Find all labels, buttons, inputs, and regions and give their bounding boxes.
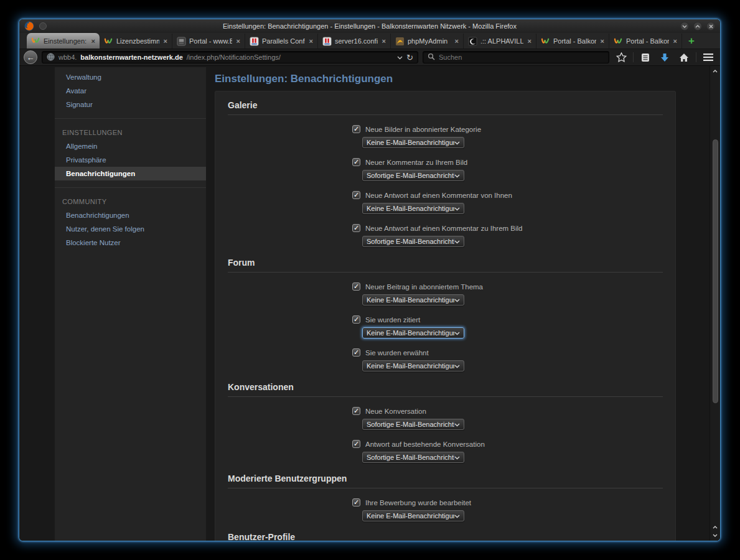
tab-portal-www-b-2[interactable]: Portal - www.B...×	[172, 34, 245, 49]
email-notification-select[interactable]: Sofortige E-Mail-Benachrichtigung	[362, 170, 464, 181]
email-notification-select[interactable]: Keine E-Mail-Benachrichtigung	[362, 510, 464, 521]
scroll-up-icon[interactable]	[711, 67, 719, 75]
tab-close-icon[interactable]: ×	[309, 37, 313, 45]
setting-label: Neue Antwort auf einen Kommentar zu Ihre…	[365, 225, 523, 232]
scroll-up-icon-bottom[interactable]	[711, 523, 719, 531]
reload-icon[interactable]: ↻	[406, 54, 413, 62]
tab-portal-balkon-7[interactable]: Portal - Balkon...×	[536, 34, 609, 49]
checkbox-checked[interactable]: ✓	[352, 348, 360, 357]
sidebar-item-nutzer-denen-sie-folgen[interactable]: Nutzer, denen Sie folgen	[55, 222, 206, 236]
email-notification-select[interactable]: Keine E-Mail-Benachrichtigung	[362, 294, 464, 306]
scrollbar-thumb[interactable]	[713, 139, 718, 403]
chevron-down-icon	[454, 238, 460, 245]
select-value: Sofortige E-Mail-Benachrichtigung	[367, 421, 454, 428]
tab-server16-config-4[interactable]: server16.config...×	[318, 34, 391, 49]
search-bar[interactable]: Suchen	[423, 51, 609, 63]
url-bar[interactable]: wbb4.balkonsternwarten-netzwerk.de/index…	[42, 51, 418, 63]
back-button[interactable]: ←	[24, 50, 37, 64]
tab-close-icon[interactable]: ×	[673, 37, 677, 45]
tab-close-icon[interactable]: ×	[382, 37, 386, 45]
setting-row: ✓Neuer Beitrag in abonniertem ThemaKeine…	[352, 282, 663, 306]
search-icon	[428, 53, 435, 62]
email-notification-select[interactable]: Sofortige E-Mail-Benachrichtigung	[362, 452, 464, 463]
section-rows: ✓Ihre Bewerbung wurde bearbeitetKeine E-…	[352, 498, 663, 521]
email-notification-select[interactable]: Sofortige E-Mail-Benachrichtigung	[362, 419, 464, 430]
section-konversationen: Konversationen✓Neue KonversationSofortig…	[228, 381, 663, 463]
tab-close-icon[interactable]: ×	[91, 37, 95, 45]
scroll-down-icon[interactable]	[711, 531, 719, 539]
sidebar-item-privatsph-re[interactable]: Privatsphäre	[55, 153, 206, 167]
tab-phpmyadmin-5[interactable]: phpMyAdmin×	[391, 34, 464, 49]
chevron-down-icon	[454, 362, 460, 370]
setting-row: ✓Neue Antwort auf einen Kommentar von Ih…	[352, 191, 663, 214]
tab-close-icon[interactable]: ×	[455, 37, 459, 45]
tab-parallels-confixx-3[interactable]: Parallels Confixx×	[245, 34, 318, 49]
close-icon[interactable]	[706, 22, 715, 30]
tab-alphaville-6[interactable]: .:: ALPHAVILLE...×	[464, 34, 536, 49]
titlebar-status-icon[interactable]	[39, 22, 47, 30]
checkbox-checked[interactable]: ✓	[352, 498, 360, 506]
select-value: Sofortige E-Mail-Benachrichtigung	[367, 238, 454, 245]
sidebar-header-community: COMMUNITY	[55, 195, 206, 208]
navigation-toolbar: ← wbb4.balkonsternwarten-netzwerk.de/ind…	[19, 49, 720, 66]
email-notification-select[interactable]: Keine E-Mail-Benachrichtigung	[362, 203, 464, 214]
sidebar-item-benachrichtigungen[interactable]: Benachrichtigungen	[55, 208, 206, 222]
tab-close-icon[interactable]: ×	[164, 37, 167, 45]
setting-label: Antwort auf bestehende Konversation	[365, 441, 485, 448]
sidebar-item-benachrichtigungen[interactable]: Benachrichtigungen	[55, 167, 206, 180]
tab-close-icon[interactable]: ×	[237, 37, 240, 45]
urlbar-dropdown-icon[interactable]	[397, 54, 403, 61]
sidebar-item-blockierte-nutzer[interactable]: Blockierte Nutzer	[55, 236, 206, 250]
section-rows: ✓Neuer Beitrag in abonniertem ThemaKeine…	[352, 282, 663, 371]
section-title: Benutzer-Profile	[228, 531, 663, 541]
checkbox-checked[interactable]: ✓	[352, 158, 360, 166]
phpmyadmin-favicon-icon	[395, 37, 405, 46]
home-icon[interactable]	[677, 50, 691, 64]
checkbox-checked[interactable]: ✓	[352, 224, 360, 232]
tab-label: .:: ALPHAVILLE...	[480, 37, 523, 45]
checkbox-checked[interactable]: ✓	[352, 125, 360, 133]
setting-label: Neue Bilder in abonnierter Kategorie	[365, 126, 481, 133]
bookmark-star-icon[interactable]	[614, 50, 629, 64]
email-notification-select[interactable]: Sofortige E-Mail-Benachrichtigung	[362, 236, 464, 247]
setting-label: Sie wurden zitiert	[365, 316, 420, 324]
sidebar: VerwaltungAvatarSignaturEINSTELLUNGENAll…	[55, 67, 206, 541]
vertical-scrollbar[interactable]	[710, 66, 720, 541]
setting-row: ✓Neue KonversationSofortige E-Mail-Benac…	[352, 407, 663, 430]
sidebar-item-signatur[interactable]: Signatur	[55, 98, 206, 111]
window-title: Einstellungen: Benachrichtigungen - Eins…	[94, 22, 645, 30]
sidebar-item-avatar[interactable]: Avatar	[55, 84, 206, 98]
checkbox-checked[interactable]: ✓	[352, 440, 360, 448]
section-title: Forum	[228, 256, 663, 273]
downloads-icon[interactable]	[657, 50, 672, 64]
minimize-icon[interactable]	[680, 22, 689, 30]
tab-lizenzbestimm-1[interactable]: Lizenzbestimm...×	[100, 34, 172, 49]
maximize-icon[interactable]	[693, 22, 702, 30]
email-notification-select[interactable]: Keine E-Mail-Benachrichtigung	[362, 360, 464, 371]
select-value: Keine E-Mail-Benachrichtigung	[367, 512, 454, 520]
email-notification-select[interactable]: Keine E-Mail-Benachrichtigung	[362, 327, 464, 338]
select-value: Keine E-Mail-Benachrichtigung	[367, 139, 454, 146]
tab-label: Parallels Confixx	[262, 37, 305, 45]
checkbox-checked[interactable]: ✓	[352, 191, 360, 199]
email-notification-select[interactable]: Keine E-Mail-Benachrichtigung	[362, 137, 464, 148]
bookmarks-menu-icon[interactable]	[638, 50, 653, 64]
woltlab-favicon-icon	[541, 37, 550, 46]
tab-einstellungen-0[interactable]: Einstellungen: ...×	[27, 33, 100, 49]
select-value: Keine E-Mail-Benachrichtigung	[367, 205, 454, 212]
checkbox-checked[interactable]: ✓	[352, 315, 360, 324]
sidebar-item-verwaltung[interactable]: Verwaltung	[55, 70, 206, 84]
chevron-down-icon	[454, 329, 460, 337]
checkbox-checked[interactable]: ✓	[352, 407, 360, 415]
checkbox-line: ✓Neue Antwort auf einen Kommentar von Ih…	[352, 191, 663, 199]
tab-close-icon[interactable]: ×	[528, 37, 532, 45]
new-tab-button[interactable]: +	[682, 34, 701, 49]
tab-label: Lizenzbestimm...	[116, 37, 159, 45]
sidebar-item-allgemein[interactable]: Allgemein	[55, 139, 206, 153]
menu-icon[interactable]	[701, 50, 716, 64]
checkbox-checked[interactable]: ✓	[352, 282, 360, 291]
select-value: Sofortige E-Mail-Benachrichtigung	[367, 172, 454, 179]
tab-portal-balkon-8[interactable]: Portal - Balkon...×	[609, 34, 682, 49]
tab-close-icon[interactable]: ×	[601, 37, 604, 45]
firefox-icon	[24, 21, 34, 31]
